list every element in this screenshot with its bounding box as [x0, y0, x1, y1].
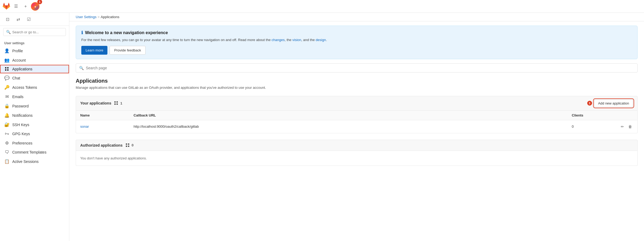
breadcrumb-current: Applications	[101, 15, 119, 19]
your-apps-count: 1	[120, 101, 122, 105]
table-row: sonar http://localhost:9000/oauth2/callb…	[76, 120, 637, 133]
sidebar-item-gpg-keys[interactable]: 🗝 GPG Keys	[0, 129, 69, 138]
learn-more-button[interactable]: Learn more	[81, 46, 107, 55]
auth-apps-grid-icon	[126, 143, 130, 147]
sidebar-item-account[interactable]: 👥 Account	[0, 55, 69, 65]
sidebar-item-label: Preferences	[12, 141, 32, 145]
sidebar-item-emails[interactable]: ✉ Emails	[0, 92, 69, 101]
search-page-icon: 🔍	[79, 66, 84, 70]
sidebar-item-label: Access Tokens	[12, 85, 37, 90]
your-apps-label: Your applications	[80, 101, 111, 105]
gitlab-logo[interactable]	[2, 2, 11, 11]
app-callback-cell: http://localhost:9000/oauth2/callback/gi…	[134, 124, 572, 128]
sidebar-item-label: SSH Keys	[12, 123, 29, 127]
sidebar-item-profile[interactable]: 👤 Profile	[0, 46, 69, 55]
banner-link-changes[interactable]: changes	[272, 38, 285, 42]
sidebar-item-access-tokens[interactable]: 🔑 Access Tokens	[0, 83, 69, 92]
col-header-clients: Clients	[572, 113, 612, 117]
step1-badge: 1	[37, 0, 42, 4]
sidebar-item-password[interactable]: 🔒 Password	[0, 101, 69, 111]
banner-text-main: For the next few releases, you can go to…	[81, 38, 271, 42]
merge-requests-icon-btn[interactable]: ⇄	[14, 15, 22, 23]
sidebar-item-label: Comment Templates	[12, 150, 46, 154]
banner-title-text: Welcome to a new navigation experience	[85, 30, 168, 35]
svg-text:◈: ◈	[34, 5, 36, 8]
provide-feedback-button[interactable]: Provide feedback	[110, 46, 145, 55]
authorized-apps-title: Authorized applications 0	[80, 143, 134, 147]
bell-icon: 🔔	[4, 113, 10, 118]
sidebar-item-preferences[interactable]: ⚙ Preferences	[0, 138, 69, 148]
search-page-input[interactable]	[86, 66, 634, 70]
sidebar-item-label: Account	[12, 58, 26, 62]
sidebar-item-active-sessions[interactable]: 📋 Active Sessions	[0, 157, 69, 166]
grid-icon	[4, 67, 10, 71]
sidebar-search[interactable]: 🔍	[3, 28, 66, 36]
col-header-callback: Callback URL	[134, 113, 572, 117]
chat-icon: 💬	[4, 75, 10, 81]
sidebar-toggle-btn[interactable]: ☰	[12, 2, 20, 11]
content-area: User Settings > Applications ℹ Welcome t…	[69, 13, 644, 241]
sidebar-item-label: Password	[12, 104, 29, 108]
sidebar: ⊡ ⇄ ☑ 🔍 User settings 👤 Profile 👥 Accoun…	[0, 13, 69, 241]
new-item-btn[interactable]: +	[21, 2, 30, 11]
account-icon: 👥	[4, 58, 10, 63]
email-icon: ✉	[4, 94, 10, 99]
apps-grid-icon	[114, 101, 118, 105]
edit-app-button[interactable]: ✏	[620, 123, 625, 130]
ssh-icon: 🔐	[4, 122, 10, 127]
lock-icon: 🔒	[4, 103, 10, 109]
sidebar-item-chat[interactable]: 💬 Chat	[0, 73, 69, 83]
banner-actions: Learn more Provide feedback	[81, 46, 632, 55]
banner-link-vision[interactable]: vision	[292, 38, 301, 42]
banner-title: ℹ Welcome to a new navigation experience	[81, 30, 632, 35]
breadcrumb-parent[interactable]: User Settings	[76, 15, 96, 19]
info-icon: ℹ	[81, 30, 83, 35]
main-layout: ⊡ ⇄ ☑ 🔍 User settings 👤 Profile 👥 Accoun…	[0, 13, 644, 241]
sidebar-item-comment-templates[interactable]: 🗨 Comment Templates	[0, 148, 69, 157]
banner-text: For the next few releases, you can go to…	[81, 37, 632, 43]
sidebar-icons-row: ⊡ ⇄ ☑	[0, 13, 69, 26]
toggle-sidebar-icon-btn[interactable]: ⊡	[3, 15, 12, 23]
sidebar-item-applications[interactable]: Applications	[0, 65, 69, 73]
authorized-apps-section-header: Authorized applications 0	[76, 140, 638, 151]
sliders-icon: ⚙	[4, 140, 10, 146]
breadcrumb-separator: >	[98, 15, 100, 19]
col-header-name: Name	[80, 113, 134, 117]
sidebar-section-label: User settings	[0, 38, 69, 46]
info-banner: ℹ Welcome to a new navigation experience…	[76, 26, 638, 59]
sidebar-item-label: Active Sessions	[12, 159, 39, 164]
your-apps-section-header: Your applications 1 3 Add new applicatio…	[76, 96, 638, 111]
sidebar-item-label: Profile	[12, 49, 23, 53]
person-icon: 👤	[4, 48, 10, 53]
key-icon: 🔑	[4, 85, 10, 90]
table-header-row: Name Callback URL Clients	[76, 111, 637, 120]
sidebar-item-label: Applications	[12, 67, 33, 71]
app-name-cell: sonar	[80, 124, 134, 128]
page-title: Applications	[76, 78, 638, 84]
app-clients-cell: 0	[572, 124, 612, 128]
your-apps-title: Your applications 1	[80, 101, 122, 105]
gpg-icon: 🗝	[4, 131, 10, 136]
step3-badge: 3	[587, 101, 592, 106]
app-name-link[interactable]: sonar	[80, 124, 89, 128]
issues-icon-btn[interactable]: ☑	[25, 15, 33, 23]
comment-icon: 🗨	[4, 150, 10, 155]
delete-app-button[interactable]: 🗑	[627, 123, 633, 130]
search-page-box[interactable]: 🔍	[76, 63, 638, 73]
sidebar-item-label: GPG Keys	[12, 132, 30, 136]
search-icon: 🔍	[6, 30, 11, 34]
sidebar-item-label: Emails	[12, 95, 23, 99]
sidebar-search-input[interactable]	[12, 30, 63, 34]
authorized-apps-empty: You don't have any authorized applicatio…	[76, 151, 638, 166]
your-apps-table: Name Callback URL Clients sonar http://l…	[76, 111, 638, 133]
breadcrumb: User Settings > Applications	[69, 13, 644, 21]
banner-link-design[interactable]: design	[316, 38, 326, 42]
app-actions-cell: ✏ 🗑	[612, 123, 633, 130]
sidebar-item-label: Chat	[12, 76, 20, 80]
authorized-apps-count: 0	[132, 143, 134, 147]
sidebar-item-notifications[interactable]: 🔔 Notifications	[0, 111, 69, 120]
col-header-actions	[612, 113, 633, 117]
add-new-application-button[interactable]: Add new application	[594, 99, 633, 107]
sidebar-item-ssh-keys[interactable]: 🔐 SSH Keys	[0, 120, 69, 129]
sidebar-item-label: Notifications	[12, 113, 33, 118]
